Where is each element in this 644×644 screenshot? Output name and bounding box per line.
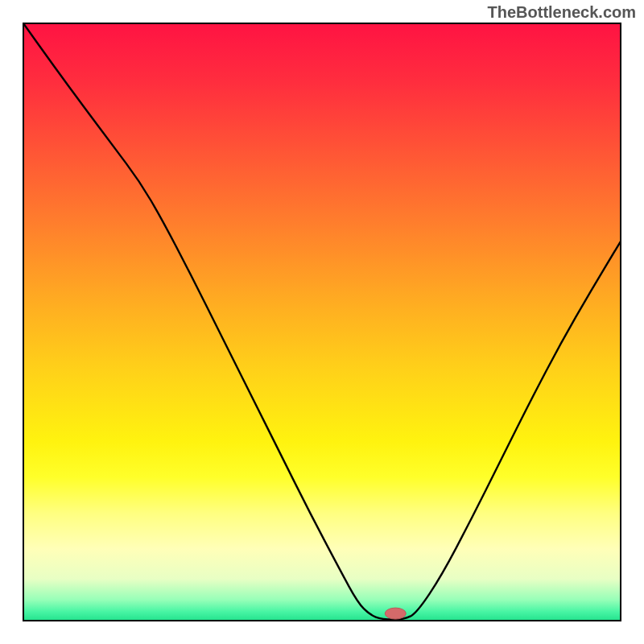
- chart-container: TheBottleneck.com: [0, 0, 644, 644]
- optimal-marker: [385, 608, 406, 619]
- plot-background: [23, 23, 621, 621]
- attribution-label: TheBottleneck.com: [488, 3, 636, 22]
- bottleneck-chart: [0, 0, 644, 644]
